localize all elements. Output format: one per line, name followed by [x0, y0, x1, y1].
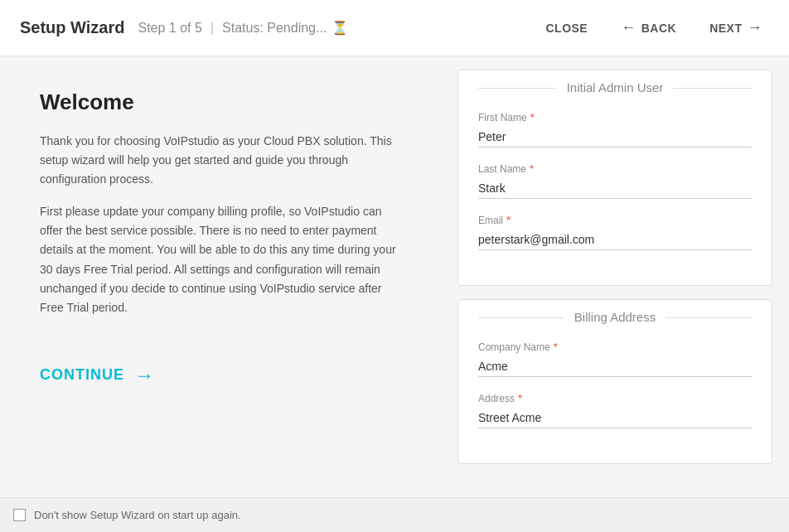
welcome-title: Welcome [40, 89, 408, 115]
app-title: Setup Wizard [20, 18, 125, 37]
billing-card-title-wrapper: Billing Address [478, 310, 752, 324]
last-name-required: * [530, 162, 534, 175]
admin-user-card: Initial Admin User First Name * Last Nam… [457, 70, 772, 286]
last-name-field: Last Name * [478, 162, 752, 199]
continue-arrow-icon: → [134, 364, 155, 387]
first-name-input[interactable] [478, 127, 752, 148]
footer: Don't show Setup Wizard on start up agai… [0, 497, 789, 532]
address-label: Address * [478, 392, 752, 404]
header: Setup Wizard Step 1 of 5 | Status: Pendi… [0, 0, 789, 56]
first-name-required: * [530, 111, 535, 123]
first-name-field: First Name * [478, 111, 752, 148]
admin-card-title: Initial Admin User [557, 80, 674, 94]
company-name-field: Company Name * [478, 341, 752, 377]
email-field: Email * [478, 214, 752, 250]
email-label: Email * [478, 214, 752, 226]
hourglass-icon: ⏳ [332, 20, 348, 36]
welcome-paragraph-1: Thank you for choosing VoIPstudio as you… [40, 132, 408, 189]
dont-show-label: Don't show Setup Wizard on start up agai… [34, 509, 241, 521]
header-actions: CLOSE ← BACK NEXT → [539, 16, 769, 40]
continue-button[interactable]: CONTINUE → [40, 364, 408, 387]
left-panel: Welcome Thank you for choosing VoIPstudi… [0, 56, 448, 497]
company-name-label: Company Name * [478, 341, 752, 353]
address-field: Address * [478, 392, 752, 428]
back-arrow-icon: ← [621, 19, 637, 36]
company-name-required: * [554, 341, 558, 353]
right-panel: Initial Admin User First Name * Last Nam… [448, 56, 789, 497]
status-text: Status: Pending... ⏳ [222, 20, 348, 36]
email-required: * [506, 214, 511, 226]
billing-card-title: Billing Address [564, 310, 666, 324]
billing-address-card: Billing Address Company Name * Address * [457, 299, 772, 464]
admin-card-title-wrapper: Initial Admin User [478, 80, 752, 94]
close-button[interactable]: CLOSE [539, 18, 594, 38]
next-arrow-icon: → [748, 19, 763, 36]
company-name-input[interactable] [478, 356, 752, 377]
address-required: * [518, 392, 522, 404]
main-content: Welcome Thank you for choosing VoIPstudi… [0, 56, 789, 497]
last-name-label: Last Name * [478, 162, 752, 175]
next-button[interactable]: NEXT → [703, 16, 769, 40]
back-button[interactable]: ← BACK [614, 16, 683, 40]
step-indicator: Step 1 of 5 [138, 21, 202, 36]
email-input[interactable] [478, 230, 752, 250]
first-name-label: First Name * [478, 111, 752, 123]
last-name-input[interactable] [478, 178, 752, 199]
dont-show-checkbox[interactable] [13, 509, 26, 521]
welcome-paragraph-2: First please update your company billing… [40, 202, 408, 317]
address-input[interactable] [478, 408, 752, 428]
header-divider: | [211, 21, 214, 36]
